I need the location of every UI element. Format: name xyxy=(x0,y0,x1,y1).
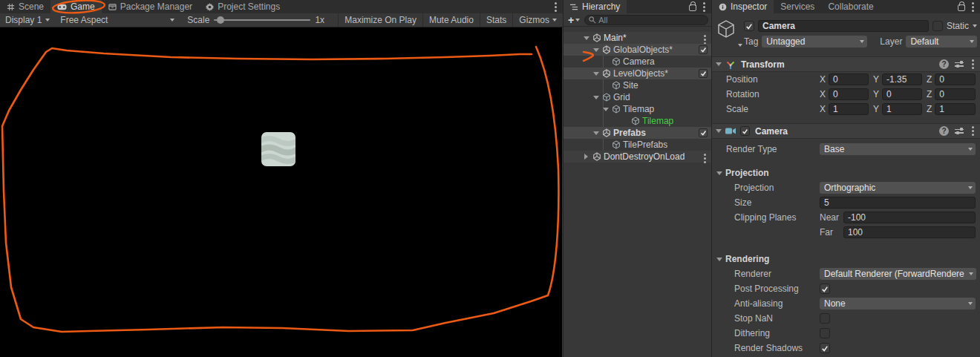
add-object-button[interactable]: + xyxy=(566,14,581,26)
display-dropdown[interactable]: Display 1 xyxy=(0,13,55,27)
rotation-y-field[interactable]: 0 xyxy=(882,88,922,100)
foldout-open-icon[interactable] xyxy=(591,131,601,135)
foldout-open-icon[interactable] xyxy=(716,62,722,66)
scene-menu-icon[interactable] xyxy=(702,152,708,165)
rendering-section-header[interactable]: Rendering xyxy=(712,252,980,266)
stop-nan-checkbox[interactable] xyxy=(820,313,830,324)
render-shadows-label: Render Shadows xyxy=(726,343,820,353)
row-label: Grid xyxy=(613,92,630,102)
row-label: Prefabs xyxy=(613,128,646,138)
scale-x-field[interactable]: 1 xyxy=(829,103,869,115)
preset-icon[interactable] xyxy=(955,129,964,134)
hierarchy-row-prefabs[interactable]: Prefabs xyxy=(564,127,711,139)
active-checkbox[interactable] xyxy=(699,128,708,137)
projection-section-header[interactable]: Projection xyxy=(712,166,980,180)
foldout-open-icon[interactable] xyxy=(591,72,601,76)
mute-audio-button[interactable]: Mute Audio xyxy=(422,13,480,27)
hierarchy-menu-icon[interactable] xyxy=(701,1,708,13)
hierarchy-toolbar: + All xyxy=(564,13,711,27)
foldout-open-icon[interactable] xyxy=(601,108,610,111)
tab-game[interactable]: Game xyxy=(50,0,102,13)
component-menu-icon[interactable] xyxy=(970,125,976,137)
lock-icon[interactable] xyxy=(958,4,965,11)
size-field[interactable]: 5 xyxy=(820,197,976,209)
scale-y-field[interactable]: 1 xyxy=(882,103,922,115)
hierarchy-row-grid[interactable]: Grid xyxy=(564,91,711,103)
position-x-field[interactable]: 0 xyxy=(829,73,869,85)
preset-icon[interactable] xyxy=(955,62,964,67)
stats-button[interactable]: Stats xyxy=(480,13,512,27)
aspect-dropdown[interactable]: Free Aspect xyxy=(55,13,180,27)
chevron-down-icon xyxy=(45,19,50,22)
render-type-row: Render Type Base xyxy=(712,142,980,157)
cube-icon xyxy=(601,93,612,102)
tab-scene[interactable]: Scene xyxy=(0,0,50,13)
foldout-open-icon[interactable] xyxy=(591,48,601,52)
inspector-menu-icon[interactable] xyxy=(970,1,976,13)
gameobject-active-checkbox[interactable] xyxy=(744,21,754,31)
tab-collaborate[interactable]: Collaborate xyxy=(821,0,880,13)
hierarchy-row-tileprefabs[interactable]: TilePrefabs xyxy=(564,139,711,151)
dithering-checkbox[interactable] xyxy=(820,328,830,338)
gameobject-cube-icon[interactable] xyxy=(716,19,741,48)
foldout-open-icon[interactable] xyxy=(591,96,601,99)
game-viewport[interactable] xyxy=(0,27,562,357)
rotation-x-field[interactable]: 0 xyxy=(829,88,869,100)
tab-hierarchy[interactable]: Hierarchy xyxy=(564,0,627,13)
rotation-z-field[interactable]: 0 xyxy=(935,88,976,100)
anti-aliasing-dropdown[interactable]: None xyxy=(820,298,976,309)
hierarchy-row-site[interactable]: Site xyxy=(564,79,711,91)
tag-dropdown[interactable]: Untagged xyxy=(762,36,867,48)
render-shadows-checkbox[interactable] xyxy=(820,343,830,353)
position-y-field[interactable]: -1.35 xyxy=(882,73,922,85)
active-checkbox[interactable] xyxy=(699,45,708,54)
axis-y-label: Y xyxy=(873,74,879,85)
near-field[interactable]: -100 xyxy=(843,212,976,223)
static-checkbox[interactable] xyxy=(932,21,943,31)
render-type-dropdown[interactable]: Base xyxy=(820,143,976,155)
post-processing-label: Post Processing xyxy=(726,284,820,294)
gameobject-name-field[interactable]: Camera xyxy=(758,20,929,32)
hierarchy-row-main[interactable]: Main* xyxy=(564,32,711,44)
hierarchy-row-tilemap-child[interactable]: Tilemap xyxy=(564,115,711,127)
scale-slider-knob[interactable] xyxy=(217,16,224,24)
help-icon[interactable]: ? xyxy=(939,59,949,69)
layer-dropdown[interactable]: Default xyxy=(906,36,977,48)
tab-project-settings[interactable]: Project Settings xyxy=(199,0,287,13)
hierarchy-row-camera[interactable]: Camera xyxy=(564,56,711,68)
hierarchy-row-tilemap[interactable]: Tilemap xyxy=(564,103,711,115)
tab-package-manager[interactable]: Package Manager xyxy=(102,0,199,13)
active-checkbox[interactable] xyxy=(699,69,708,78)
camera-enabled-checkbox[interactable] xyxy=(740,126,750,136)
tab-inspector[interactable]: Inspector xyxy=(712,0,774,13)
game-panel-menu-icon[interactable] xyxy=(552,1,559,13)
static-dropdown-icon[interactable] xyxy=(973,24,977,27)
tab-services[interactable]: Services xyxy=(774,0,821,13)
camera-component-header[interactable]: Camera ? xyxy=(712,123,980,139)
maximize-on-play-button[interactable]: Maximize On Play xyxy=(338,13,422,27)
component-menu-icon[interactable] xyxy=(970,58,976,71)
help-icon[interactable]: ? xyxy=(939,126,949,136)
gizmos-dropdown[interactable]: Gizmos xyxy=(512,13,563,27)
info-icon xyxy=(719,3,727,11)
hierarchy-row-dontdestroyonload[interactable]: DontDestroyOnLoad xyxy=(564,151,711,163)
hierarchy-search-input[interactable]: All xyxy=(584,15,708,25)
foldout-open-icon[interactable] xyxy=(716,129,722,133)
renderer-dropdown[interactable]: Default Renderer (ForwardRendere xyxy=(820,268,976,280)
cube-icon xyxy=(610,81,621,90)
tab-inspector-label: Inspector xyxy=(731,1,767,12)
inspector-body: Camera Static Tag Untagged Layer Default xyxy=(712,13,980,357)
projection-dropdown[interactable]: Orthographic xyxy=(820,182,976,194)
hierarchy-row-globalobjects[interactable]: GlobalObjects* xyxy=(564,44,711,56)
foldout-closed-icon[interactable] xyxy=(581,154,591,160)
post-processing-checkbox[interactable] xyxy=(820,284,830,294)
unity-logo-icon xyxy=(601,45,612,54)
lock-icon[interactable] xyxy=(689,4,696,11)
transform-header[interactable]: Transform ? xyxy=(712,56,980,72)
scale-z-field[interactable]: 1 xyxy=(935,103,976,115)
hierarchy-row-levelobjects[interactable]: LevelObjects* xyxy=(564,68,711,79)
foldout-open-icon[interactable] xyxy=(581,36,591,40)
far-field[interactable]: 100 xyxy=(843,226,976,238)
scale-slider[interactable] xyxy=(214,19,310,21)
position-z-field[interactable]: 0 xyxy=(935,73,976,85)
